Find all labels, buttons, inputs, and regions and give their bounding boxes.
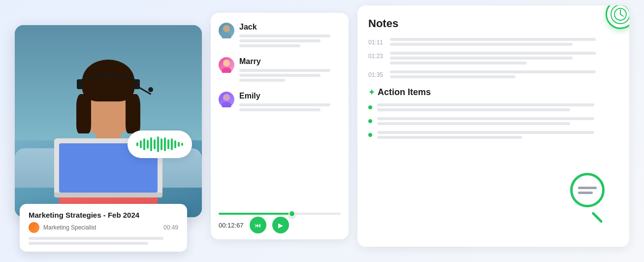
search-handle: [591, 212, 603, 223]
search-circle: [570, 173, 605, 207]
note-row-2: 01:23: [368, 52, 618, 65]
info-card-lines: [29, 237, 178, 245]
wave-bar: [136, 142, 138, 146]
transcript-panel: Jack Marry: [211, 13, 349, 239]
note-lines-3: [390, 70, 618, 78]
svg-point-1: [222, 33, 231, 38]
search-overlay: [570, 173, 614, 217]
progress-thumb[interactable]: [289, 210, 295, 217]
text-line: [390, 43, 573, 46]
text-line: [377, 136, 522, 139]
text-line: [239, 39, 321, 42]
bullet-dot: [368, 133, 372, 137]
sparkle-icon: ✦: [368, 88, 375, 97]
note-lines-1: [390, 38, 618, 46]
text-line: [390, 38, 596, 41]
speaker-name-marry: Marry: [239, 57, 341, 66]
entry-content-jack: Jack: [239, 23, 341, 47]
wave-bar: [154, 139, 156, 149]
current-time: 00:12:67: [219, 222, 244, 229]
text-line: [239, 108, 321, 111]
text-line: [377, 117, 594, 120]
action-row-2: [368, 117, 618, 125]
wave-bar: [143, 138, 145, 150]
playback-controls: 00:12:67 ⏮ ▶: [219, 217, 341, 233]
action-items-label: Action Items: [378, 87, 431, 98]
wave-bar: [140, 140, 142, 148]
duration-label: 00:49: [163, 224, 178, 231]
play-icon: ▶: [278, 222, 283, 229]
text-line: [239, 34, 330, 37]
note-lines-2: [390, 52, 618, 65]
note-timestamp-3: 01:35: [368, 71, 384, 78]
role-label: Marketing Specialist: [43, 224, 160, 231]
wave-bar: [178, 142, 180, 147]
text-line: [390, 75, 515, 78]
action-lines-3: [377, 131, 618, 139]
text-line: [239, 44, 300, 47]
progress-fill: [219, 213, 292, 215]
wave-bar: [161, 138, 162, 150]
text-line: [377, 122, 570, 125]
bullet-dot: [368, 105, 372, 109]
progress-track[interactable]: [219, 213, 341, 215]
avatar-jack: [219, 23, 234, 38]
avatar-marry: [219, 57, 234, 73]
svg-point-5: [222, 102, 231, 107]
wave-bar: [181, 143, 183, 146]
text-line: [390, 52, 596, 55]
text-line: [239, 79, 285, 82]
wave-bar: [157, 136, 159, 152]
note-row-1: 01:11: [368, 38, 618, 46]
bullet-dot: [368, 119, 372, 123]
action-lines-1: [377, 103, 618, 111]
wave-bar: [150, 137, 152, 151]
text-line: [377, 131, 594, 134]
notes-title: Notes: [368, 17, 618, 30]
speaker-name-jack: Jack: [239, 23, 341, 32]
speaker-name-emily: Emily: [239, 92, 341, 100]
wave-bar: [167, 139, 169, 149]
note-timestamp-2: 01:23: [368, 53, 384, 60]
svg-point-0: [223, 25, 230, 32]
avatar: [29, 222, 39, 233]
info-card: Marketing Strategies - Feb 2024 Marketin…: [20, 204, 187, 252]
action-items-title: ✦ Action Items: [368, 87, 618, 98]
transcript-entry-emily: Emily: [219, 92, 341, 111]
clock-face: [611, 5, 629, 24]
video-card: [15, 25, 202, 217]
wave-bar: [174, 140, 176, 148]
note-timestamp-1: 01:11: [368, 39, 384, 46]
svg-line-8: [620, 14, 623, 16]
search-lines: [578, 187, 597, 194]
note-row-3: 01:35: [368, 70, 618, 78]
progress-area[interactable]: [219, 213, 341, 215]
meeting-title: Marketing Strategies - Feb 2024: [29, 211, 178, 219]
play-button[interactable]: ▶: [272, 217, 289, 233]
text-line: [377, 103, 594, 106]
rewind-button[interactable]: ⏮: [250, 217, 266, 233]
avatar-emily: [219, 92, 234, 107]
wave-bar: [164, 137, 166, 151]
entry-lines: [239, 34, 341, 47]
entry-content-emily: Emily: [239, 92, 341, 111]
action-lines-2: [377, 117, 618, 125]
wave-bar: [171, 138, 173, 150]
text-line: [390, 62, 527, 65]
text-line: [239, 74, 321, 77]
rewind-icon: ⏮: [255, 222, 261, 229]
text-line: [390, 57, 573, 60]
action-row-3: [368, 131, 618, 139]
text-line: [377, 108, 570, 111]
notes-panel: Notes 01:11 01:23 01:35: [357, 5, 629, 247]
transcript-entry-jack: Jack: [219, 23, 341, 47]
text-line: [239, 69, 330, 72]
svg-point-3: [222, 67, 231, 73]
text-line: [390, 70, 596, 73]
entry-lines: [239, 69, 341, 82]
text-line: [239, 103, 330, 106]
wave-bar: [147, 140, 149, 149]
svg-point-4: [223, 94, 230, 101]
entry-content-marry: Marry: [239, 57, 341, 82]
transcript-entry-marry: Marry: [219, 57, 341, 82]
